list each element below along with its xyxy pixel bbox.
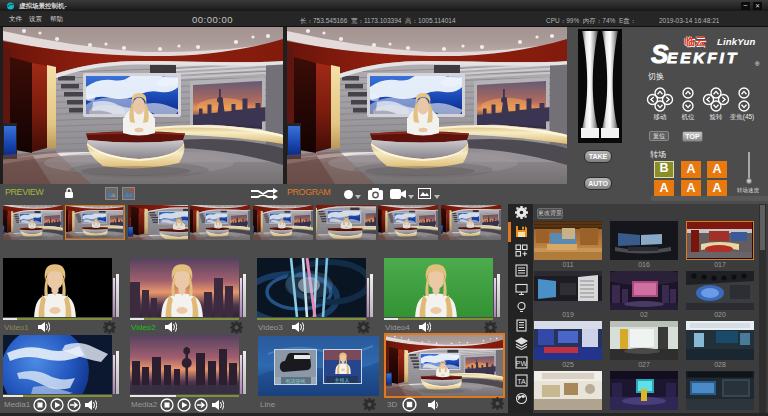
svg-text:电话连线: 电话连线 [286, 378, 306, 384]
svg-text:主持人: 主持人 [335, 377, 350, 384]
svg-text:PW: PW [516, 360, 528, 367]
svg-text:TA: TA [517, 378, 526, 385]
